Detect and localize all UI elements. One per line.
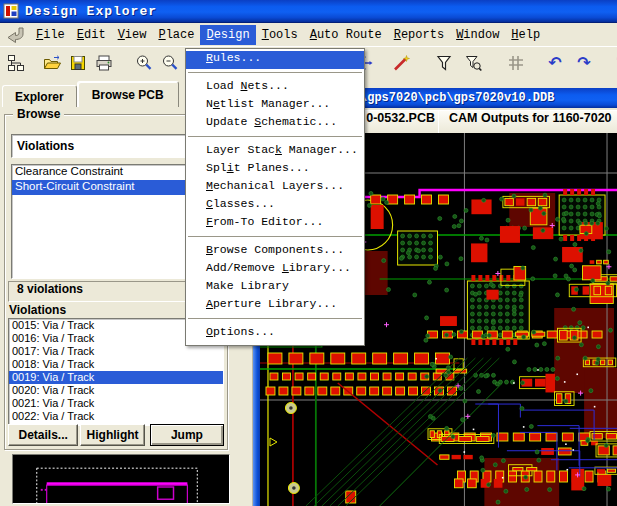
menu-separator	[188, 318, 362, 322]
window-title: Design Explorer	[25, 4, 157, 19]
menu-design[interactable]: Design	[200, 25, 255, 45]
violation-list-item[interactable]: 0017: Via / Track	[9, 345, 223, 358]
tab-browse-pcb[interactable]: Browse PCB	[77, 81, 179, 107]
menu-edit[interactable]: Edit	[71, 25, 112, 45]
help-icon[interactable]: ?	[609, 51, 617, 75]
design-explorer-window: Design Explorer FileEditViewPlaceDesignT…	[0, 0, 617, 506]
menu-item-load-nets[interactable]: Load Nets...	[186, 79, 364, 97]
menu-window[interactable]: Window	[450, 25, 505, 45]
undo-icon[interactable]: ↶	[543, 51, 567, 75]
violation-buttons: Details...HighlightJump	[8, 424, 224, 446]
print-icon[interactable]	[92, 51, 116, 75]
menu-item-rules[interactable]: Rules...	[186, 51, 364, 69]
violation-list-item[interactable]: 0022: Via / Track	[9, 410, 223, 423]
title-bar[interactable]: Design Explorer	[0, 0, 617, 23]
menu-bar: FileEditViewPlaceDesignToolsAuto RouteRe…	[0, 23, 617, 47]
tab-cam-outputs[interactable]: CAM Outputs for 1160-7020	[438, 110, 617, 133]
menu-item-make-library[interactable]: Make Library	[186, 279, 364, 297]
violation-list-item[interactable]: 0018: Via / Track	[9, 358, 223, 371]
jump-button[interactable]: Jump	[150, 424, 224, 446]
tab-explorer[interactable]: Explorer	[2, 85, 77, 107]
panel-tabs: ExplorerBrowse PCB	[2, 80, 179, 107]
violation-list-item[interactable]: 0019: Via / Track	[9, 371, 223, 384]
menu-item-from-to-editor[interactable]: From-To Editor...	[186, 215, 364, 233]
menu-reports[interactable]: Reports	[388, 25, 450, 45]
menu-view[interactable]: View	[112, 25, 153, 45]
filter-search-icon[interactable]	[461, 51, 485, 75]
zoom-in-icon[interactable]	[132, 51, 156, 75]
violations-header: Violations	[9, 303, 66, 317]
menu-item-browse-components[interactable]: Browse Components...	[186, 243, 364, 261]
menu-item-classes[interactable]: Classes...	[186, 197, 364, 215]
menu-item-aperture-library[interactable]: Aperture Library...	[186, 297, 364, 315]
wand-icon[interactable]	[389, 51, 413, 75]
hierarchy-icon[interactable]	[4, 51, 28, 75]
menu-auto-route[interactable]: Auto Route	[304, 25, 388, 45]
document-title: \gps7020\pcb\gps7020v10.DDB	[360, 91, 554, 105]
details-button[interactable]: Details...	[8, 424, 78, 446]
filter-icon[interactable]	[432, 51, 456, 75]
down-left-arrow-icon[interactable]	[0, 26, 30, 44]
menu-items: FileEditViewPlaceDesignToolsAuto RouteRe…	[30, 25, 546, 45]
design-menu-dropdown: Rules...Load Nets...Netlist Manager...Up…	[185, 48, 365, 346]
highlight-button[interactable]: Highlight	[80, 424, 145, 446]
menu-tools[interactable]: Tools	[256, 25, 304, 45]
board-overview[interactable]	[12, 454, 230, 504]
toolbar-right-group: ↶ ↷ ?	[352, 51, 617, 75]
menu-item-netlist-manager[interactable]: Netlist Manager...	[186, 97, 364, 115]
menu-item-update-schematic[interactable]: Update Schematic...	[186, 115, 364, 133]
zoom-out-icon[interactable]	[158, 51, 182, 75]
menu-place[interactable]: Place	[152, 25, 200, 45]
open-folder-icon[interactable]	[40, 51, 64, 75]
menu-file[interactable]: File	[30, 25, 71, 45]
redo-icon[interactable]: ↷	[572, 51, 596, 75]
grid-icon[interactable]	[504, 51, 528, 75]
menu-item-options[interactable]: Options...	[186, 325, 364, 343]
menu-item-add-remove-library[interactable]: Add/Remove Library...	[186, 261, 364, 279]
menu-item-mechanical-layers[interactable]: Mechanical Layers...	[186, 179, 364, 197]
menu-separator	[188, 236, 362, 240]
app-icon[interactable]	[3, 3, 19, 19]
menu-item-split-planes[interactable]: Split Planes...	[186, 161, 364, 179]
violation-list-item[interactable]: 0020: Via / Track	[9, 384, 223, 397]
save-icon[interactable]	[66, 51, 90, 75]
violation-list-item[interactable]: 0021: Via / Track	[9, 397, 223, 410]
menu-separator	[188, 72, 362, 76]
menu-help[interactable]: Help	[505, 25, 546, 45]
toolbar-left-group	[4, 51, 208, 75]
browse-groupbox-label: Browse	[13, 107, 64, 121]
menu-separator	[188, 136, 362, 140]
menu-item-layer-stack-manager[interactable]: Layer Stack Manager...	[186, 143, 364, 161]
